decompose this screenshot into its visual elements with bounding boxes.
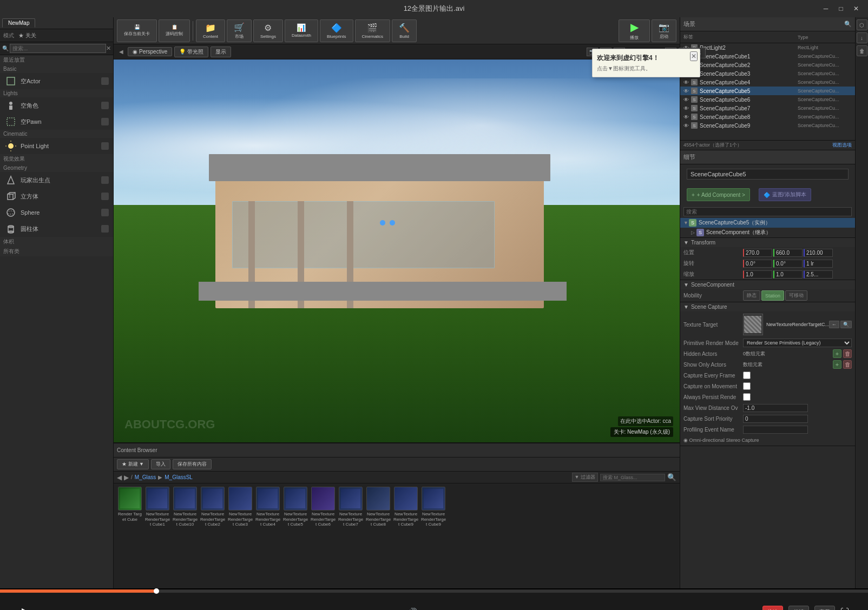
settings-button[interactable]: ⚙ Settings <box>253 19 283 42</box>
outliner-item-scc4[interactable]: 👁 S SceneCaptureCube4 SceneCaptureCu... <box>680 78 855 87</box>
add-component-button[interactable]: + + Add Component > <box>687 188 750 201</box>
outliner-item-scc9[interactable]: 👁 S SceneCaptureCube9 SceneCaptureCu... <box>680 121 855 130</box>
cb-back-btn[interactable]: ◀ <box>117 474 122 481</box>
video-progress-bar[interactable] <box>0 589 868 593</box>
minimize-button[interactable]: ─ <box>818 3 833 15</box>
outliner-item-scc3[interactable]: 👁 S SceneCaptureCube3 SceneCaptureCu... <box>680 69 855 78</box>
import-button[interactable]: 导入 <box>151 459 170 469</box>
scene-component-header[interactable]: ▼ SceneComponent <box>680 280 855 289</box>
video-prev-btn[interactable]: ⏮ <box>9 608 16 610</box>
quality-btn[interactable]: 超清 <box>788 606 809 610</box>
cinematics-button[interactable]: 🎬 Cinematics <box>355 19 391 42</box>
asset-tex-2[interactable]: NewTexture RenderTarget Cube2 <box>200 487 226 585</box>
show-add-btn[interactable]: + <box>833 360 841 369</box>
asset-tex-7[interactable]: NewTexture RenderTarget Cube7 <box>338 487 364 585</box>
asset-tex-3[interactable]: NewTexture RenderTarget Cube3 <box>227 487 253 585</box>
lighting-button[interactable]: 💡 带光照 <box>174 47 208 57</box>
placement-search-input[interactable] <box>10 44 106 53</box>
video-progress-handle[interactable] <box>154 588 159 594</box>
item-empty-pawn[interactable]: 空Pawn <box>0 114 113 130</box>
item-cube[interactable]: 立方体 <box>0 188 113 204</box>
download-icon[interactable]: ↓ <box>857 32 867 43</box>
viewport-collapse-icon[interactable]: ◀ <box>117 48 126 56</box>
station-btn[interactable]: Station <box>761 290 784 301</box>
outliner-item-scc6[interactable]: 👁 S SceneCaptureCube6 SceneCaptureCu... <box>680 95 855 104</box>
perspective-button[interactable]: ◉ Perspective <box>128 47 172 56</box>
blueprint-button[interactable]: 🔷 蓝图/添加脚本 <box>759 188 811 201</box>
cb-search-input[interactable] <box>600 474 665 481</box>
view-options-btn[interactable]: 视图选项 <box>832 142 852 149</box>
datasmith-button[interactable]: 📊 Datasmith <box>285 19 318 42</box>
static-btn[interactable]: 静态 <box>743 290 760 301</box>
prim-mode-select[interactable]: Render Scene Primitives (Legacy) <box>743 339 852 347</box>
always-persist-checkbox[interactable] <box>743 393 751 401</box>
rotation-x-input[interactable] <box>743 260 772 268</box>
tab-newmap[interactable]: NewMap <box>2 18 35 28</box>
menu-btn[interactable]: ≡ <box>854 607 859 610</box>
maximize-button[interactable]: □ <box>833 3 849 15</box>
asset-tex-10[interactable]: NewTexture RenderTarget Cube10 <box>172 487 198 585</box>
asset-tex-1[interactable]: NewTexture RenderTarget Cube1 <box>144 487 170 585</box>
item-sphere[interactable]: Sphere <box>0 204 113 221</box>
scale-y-input[interactable] <box>773 270 803 279</box>
profiling-input[interactable] <box>743 426 808 434</box>
cb-path-mglassl[interactable]: M_GlassSL <box>165 474 193 480</box>
rotation-z-input[interactable] <box>804 260 833 268</box>
speed-btn[interactable]: 倍速 <box>762 606 783 610</box>
outliner-item-scc8[interactable]: 👁 S SceneCaptureCube8 SceneCaptureCu... <box>680 112 855 121</box>
details-search-input[interactable] <box>683 207 852 216</box>
asset-tex-5[interactable]: NewTexture RenderTarget Cube5 <box>282 487 308 585</box>
outliner-item-scc2[interactable]: 👁 S SceneCaptureCube2 SceneCaptureCu... <box>680 61 855 69</box>
component-tree-child[interactable]: ▷ S SceneComponent（继承） <box>680 228 855 237</box>
content-button[interactable]: 📁 Content <box>196 19 225 42</box>
asset-render-cube[interactable]: Render Target Cube <box>117 487 143 585</box>
sort-priority-input[interactable] <box>743 415 808 423</box>
show-button[interactable]: 显示 <box>211 47 231 57</box>
video-play-btn[interactable]: ▶ <box>22 605 31 610</box>
subtitle-btn[interactable]: 字幕 <box>814 606 835 610</box>
max-view-input[interactable] <box>743 404 808 412</box>
cb-fwd-btn[interactable]: ▶ <box>124 474 129 481</box>
component-name-input[interactable] <box>687 169 849 180</box>
hidden-remove-btn[interactable]: 🗑 <box>843 349 852 358</box>
play-button[interactable]: ▶ 播放 <box>619 19 650 42</box>
blueprints-button[interactable]: 🔷 Blueprints <box>320 19 353 42</box>
tex-browse-btn[interactable]: 🔍 <box>840 321 852 328</box>
asset-tex-6[interactable]: NewTexture RenderTarget Cube6 <box>310 487 336 585</box>
location-z-input[interactable] <box>804 249 833 257</box>
location-y-input[interactable] <box>773 249 803 257</box>
movable-btn[interactable]: 可移动 <box>785 290 807 301</box>
outliner-search-icon[interactable]: 🔍 <box>844 21 852 28</box>
welcome-close-btn[interactable]: ✕ <box>690 51 698 61</box>
outliner-item-scc7[interactable]: 👁 S SceneCaptureCube7 SceneCaptureCu... <box>680 104 855 112</box>
outliner-item-scc1[interactable]: 👁 S SceneCaptureCube1 SceneCaptureCu... <box>680 52 855 61</box>
outliner-item-rectlight[interactable]: 👁 R RectLight2 RectLight <box>680 43 855 52</box>
marketplace-button[interactable]: 🛒 市场 <box>227 19 252 42</box>
show-remove-btn[interactable]: 🗑 <box>843 360 852 369</box>
item-cylinder[interactable]: 圆柱体 <box>0 221 113 237</box>
outliner-item-scc5[interactable]: 👁 S SceneCaptureCube5 SceneCaptureCu... <box>680 87 855 95</box>
cb-search-icon[interactable]: 🔍 <box>667 473 676 481</box>
video-next-btn[interactable]: ⏭ <box>36 608 44 610</box>
item-point-light[interactable]: Point Light <box>0 138 113 154</box>
share-icon[interactable]: ⬡ <box>857 19 867 30</box>
launch-button[interactable]: 📷 启动 <box>652 19 676 42</box>
scale-x-input[interactable] <box>743 270 772 279</box>
search-clear-icon[interactable]: ✕ <box>106 45 111 52</box>
capture-frame-checkbox[interactable] <box>743 372 751 379</box>
save-map-button[interactable]: 💾 保存当前关卡 <box>117 19 157 42</box>
volume-icon[interactable]: 🔊 <box>407 607 418 611</box>
new-button[interactable]: ★ 新建 ▼ <box>117 459 149 469</box>
cb-path-mglass[interactable]: M_Glass <box>135 474 156 480</box>
asset-tex-9a[interactable]: NewTexture RenderTarget Cube9 <box>393 487 419 585</box>
save-all-button[interactable]: 保存所有内容 <box>173 459 212 469</box>
component-tree-root[interactable]: ▼ S SceneCaptureCube5（实例） <box>680 218 855 228</box>
hidden-add-btn[interactable]: + <box>833 349 841 358</box>
build-button[interactable]: 🔨 Build <box>392 19 417 42</box>
source-control-button[interactable]: 📋 源码控制 <box>159 19 190 42</box>
trash-icon[interactable]: 🗑 <box>857 45 867 56</box>
item-empty-actor[interactable]: 空Actor <box>0 73 113 89</box>
asset-tex-4[interactable]: NewTexture RenderTarget Cube4 <box>255 487 281 585</box>
asset-tex-9b[interactable]: NewTexture RenderTarget Cube9 <box>420 487 446 585</box>
asset-tex-8[interactable]: NewTexture RenderTarget Cube8 <box>365 487 391 585</box>
